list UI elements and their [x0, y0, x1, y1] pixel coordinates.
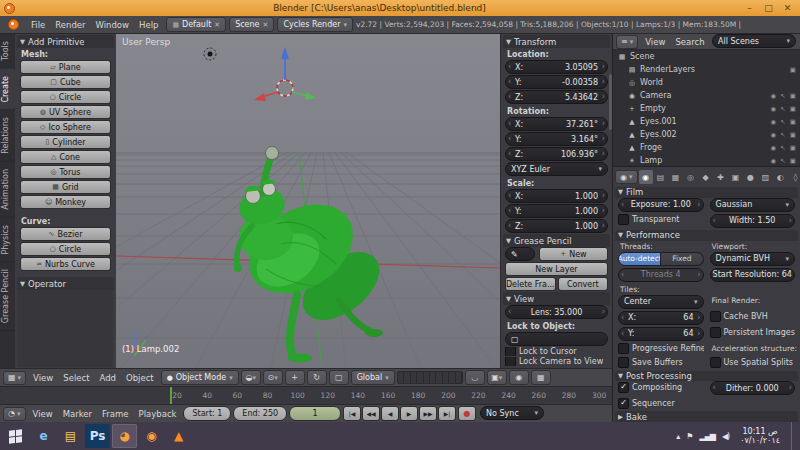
firefox-icon[interactable]: ◉	[139, 424, 164, 448]
timeline-ruler[interactable]: 2040608010012014016018020022024026028030…	[0, 386, 612, 405]
add-mesh-button[interactable]: ◎Torus	[20, 165, 111, 179]
play-button[interactable]: ▶	[400, 406, 418, 421]
transparent-checkbox[interactable]: Transparent	[618, 214, 704, 226]
progressive-refine-checkbox[interactable]: Progressive Refine	[618, 343, 704, 355]
shading-selector[interactable]: ◒▾	[241, 370, 261, 385]
action-center-icon[interactable]: ⚑	[686, 432, 692, 441]
tool-shelf-tab[interactable]: Relations	[0, 110, 15, 162]
outliner-row[interactable]: ▦ Scene	[613, 50, 800, 63]
add-mesh-button[interactable]: ◇Ico Sphere	[20, 120, 111, 134]
photoshop-icon[interactable]: Ps	[85, 424, 110, 448]
post-processing-panel-header[interactable]: ▼Post Processing	[615, 371, 798, 382]
menu-item[interactable]: Render	[50, 20, 90, 30]
physics-tab-icon[interactable]: ◊	[789, 170, 800, 184]
scene-selector[interactable]: Scene ✕	[229, 17, 274, 32]
lock-to-cursor-checkbox[interactable]: Lock to Cursor	[505, 347, 608, 356]
texture-tab-icon[interactable]: ◐	[774, 170, 788, 184]
taskbar-clock[interactable]: 10:11 ص ٠٧/١٠/٢٠١٤	[740, 427, 780, 446]
gp-convert-button[interactable]: Convert	[558, 277, 609, 291]
outliner-row[interactable]: ▲ Eyes.001 ◉ ↖ ▣	[613, 115, 800, 128]
rotation-mode-dropdown[interactable]: XYZ Euler▾	[505, 162, 608, 176]
start-resolution-field[interactable]: Start Resolution: 64	[710, 268, 796, 282]
next-keyframe-button[interactable]: ▶▶	[419, 406, 437, 421]
end-frame-field[interactable]: End: 250	[233, 406, 287, 421]
layers-widget[interactable]	[397, 371, 463, 384]
outliner-row[interactable]: ☀ Lamp ◉ ↖ ▣	[613, 154, 800, 166]
vlc-icon[interactable]: ▲	[166, 424, 191, 448]
play-reverse-button[interactable]: ◀	[381, 406, 399, 421]
add-mesh-button[interactable]: ▢Cube	[20, 75, 111, 89]
restrict-toggles[interactable]: ◉ ↖ ▣	[771, 105, 800, 113]
viewport-3d[interactable]: User Persp (1) Lamp.002	[116, 34, 500, 368]
outliner-row[interactable]: ◉ Camera ◉ ↖ ▣	[613, 89, 800, 102]
record-button[interactable]: ●	[458, 406, 476, 421]
menu-item[interactable]: View	[640, 37, 670, 47]
add-curve-button[interactable]: ∿Bezier	[20, 227, 111, 241]
blender-taskbar-icon[interactable]: ◕	[112, 424, 137, 448]
transform-panel-header[interactable]: ▼ Transform	[503, 35, 610, 48]
persistent-images-checkbox[interactable]: Persistent Images	[710, 327, 796, 339]
add-curve-button[interactable]: ≈Nurbs Curve	[20, 257, 111, 271]
blender-logo-icon[interactable]	[8, 19, 19, 30]
outliner-scope-dropdown[interactable]: All Scenes▾	[712, 34, 796, 48]
cache-bvh-checkbox[interactable]: Cache BVH	[710, 311, 796, 323]
location-field[interactable]: X:3.05095	[505, 60, 608, 74]
menu-item[interactable]: Select	[58, 373, 94, 383]
sequencer-checkbox[interactable]: ✓Sequencer	[618, 397, 704, 409]
rotation-field[interactable]: Z:106.936°	[505, 147, 608, 161]
render-engine-selector[interactable]: Cycles Render ▾	[277, 17, 353, 32]
outliner-row[interactable]: ▤ RenderLayers ▣	[613, 63, 800, 76]
gp-datablock-selector[interactable]: ✎	[505, 247, 535, 261]
exposure-field[interactable]: Exposure: 1.00	[618, 198, 704, 212]
add-mesh-button[interactable]: ▦Grid	[20, 180, 111, 194]
network-icon[interactable]: ▂▄▆	[699, 432, 714, 441]
manipulator-rotate-button[interactable]: ↻	[307, 370, 327, 385]
menu-item[interactable]: Frame	[97, 409, 133, 419]
dither-field[interactable]: Dither: 0.000	[710, 381, 796, 395]
window-titlebar[interactable]: Blender [C:\Users\anas\Desktop\untitled.…	[0, 0, 800, 16]
view-panel-header[interactable]: ▼ View	[503, 292, 610, 305]
film-panel-header[interactable]: ▼Film	[615, 187, 798, 198]
menu-item[interactable]: View	[28, 373, 58, 383]
tool-shelf-tab[interactable]: Physics	[0, 218, 15, 263]
restrict-toggles[interactable]: ▣	[790, 66, 800, 74]
tool-shelf-tab[interactable]: Animation	[0, 162, 15, 218]
restrict-toggles[interactable]: ◉ ↖ ▣	[771, 92, 800, 100]
threads-count-field[interactable]: Threads 4	[618, 268, 704, 282]
viewport-canvas[interactable]	[116, 34, 500, 368]
bake-panel-header[interactable]: ▶Bake	[615, 411, 798, 422]
lock-object-field[interactable]: ▢	[505, 332, 608, 346]
data-tab-icon[interactable]: ●	[744, 170, 758, 184]
gp-new-button[interactable]: +New	[539, 247, 608, 261]
prev-keyframe-button[interactable]: ◀◀	[362, 406, 380, 421]
maximize-button[interactable]: □	[759, 2, 778, 15]
restrict-toggles[interactable]: ◉ ↖ ▣	[771, 118, 800, 126]
fixed-toggle[interactable]: Fixed	[661, 252, 703, 266]
tool-shelf-tab[interactable]: Tools	[0, 34, 15, 69]
scene-tab-icon[interactable]: ▦	[669, 170, 683, 184]
jump-to-end-button[interactable]: ▶|	[438, 406, 456, 421]
autodetect-toggle[interactable]: Auto-detect	[618, 252, 661, 266]
menu-item[interactable]: Add	[94, 373, 120, 383]
compositing-checkbox[interactable]: ✓Compositing	[618, 381, 704, 393]
unlink-layout-icon[interactable]: ✕	[214, 21, 220, 29]
menu-item[interactable]: Object	[121, 373, 159, 383]
filter-width-field[interactable]: Width: 1.50	[710, 214, 796, 228]
editor-type-selector[interactable]: ≡▾	[616, 35, 638, 49]
spatial-splits-checkbox[interactable]: Use Spatial Splits	[710, 357, 796, 369]
gp-delete-frame-button[interactable]: Delete Fra...	[505, 277, 556, 291]
manipulator-translate-button[interactable]: +	[285, 370, 305, 385]
modifiers-tab-icon[interactable]: ▣	[729, 170, 743, 184]
render-tab-icon[interactable]: ◉	[639, 170, 653, 184]
menu-item[interactable]: View	[28, 409, 58, 419]
rotation-field[interactable]: X:37.261°	[505, 117, 608, 131]
sync-mode-dropdown[interactable]: No Sync▾	[480, 406, 544, 420]
editor-type-selector[interactable]: ◉▾	[615, 170, 638, 184]
location-field[interactable]: Y:-0.00358	[505, 75, 608, 89]
transform-manipulator[interactable]	[254, 47, 316, 101]
minimize-button[interactable]: –	[740, 2, 759, 15]
save-buffers-checkbox[interactable]: Save Buffers	[618, 357, 704, 369]
current-frame-field[interactable]: 1	[289, 406, 341, 421]
unlink-scene-icon[interactable]: ✕	[263, 21, 269, 29]
add-mesh-button[interactable]: ☺Monkey	[20, 195, 111, 209]
